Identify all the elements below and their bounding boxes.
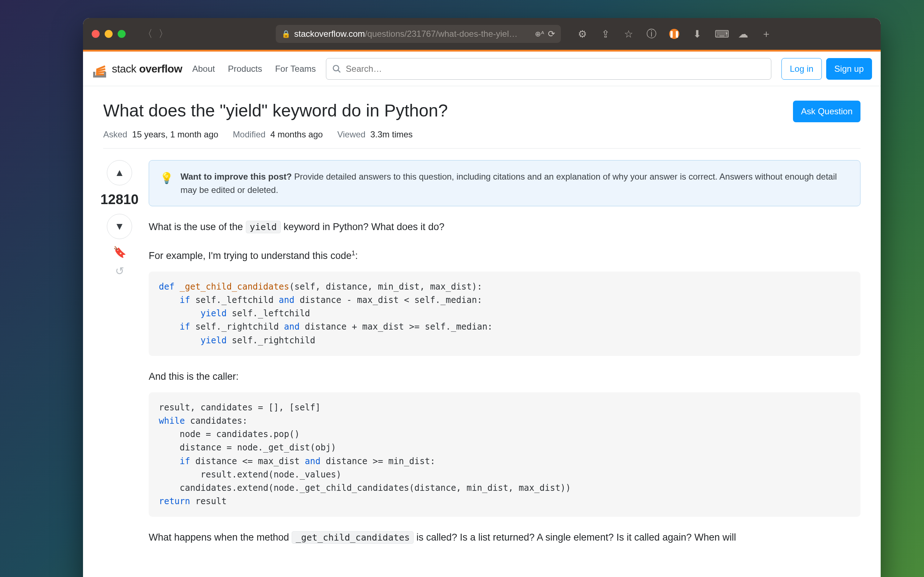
minimize-window-button[interactable] — [105, 30, 113, 38]
maximize-window-button[interactable] — [118, 30, 126, 38]
vote-score: 12810 — [100, 192, 139, 207]
close-window-button[interactable] — [92, 30, 100, 38]
new-tab-icon[interactable]: ＋ — [761, 27, 772, 41]
question-title: What does the "yield" keyword do in Pyth… — [103, 101, 448, 121]
star-icon[interactable]: ☆ — [623, 28, 634, 40]
nav-teams[interactable]: For Teams — [275, 64, 316, 74]
logo-icon — [92, 60, 109, 77]
paragraph-3: And this is the caller: — [149, 369, 861, 384]
inline-code-yield: yield — [246, 221, 281, 233]
svg-line-1 — [338, 70, 340, 73]
nav-products[interactable]: Products — [228, 64, 262, 74]
inline-code-method: _get_child_candidates — [292, 531, 414, 544]
page-content: What does the "yield" keyword do in Pyth… — [83, 86, 881, 560]
paragraph-4: What happens when the method _get_child_… — [149, 530, 861, 545]
upvote-button[interactable]: ▲ — [107, 160, 132, 185]
paragraph-1: What is the use of the yield keyword in … — [149, 219, 861, 235]
url-trailing-icons: ⊕ᴬ ⟳ — [535, 29, 555, 39]
question-meta: Asked 15 years, 1 month ago Modified 4 m… — [103, 129, 861, 148]
traffic-lights — [92, 30, 126, 38]
asked-label: Asked — [103, 129, 128, 139]
code-block-1: def _get_child_candidates(self, distance… — [149, 272, 861, 356]
paragraph-2: For example, I'm trying to understand th… — [149, 248, 861, 264]
viewed-value: 3.3m times — [370, 129, 412, 139]
site-header: stack overflow About Products For Teams … — [83, 52, 881, 86]
login-button[interactable]: Log in — [782, 58, 822, 80]
extension-icon[interactable]: ❚❚ — [669, 29, 679, 39]
asked-value: 15 years, 1 month ago — [132, 129, 218, 139]
improve-notice: 💡 Want to improve this post? Provide det… — [149, 160, 861, 206]
translate-icon[interactable]: ⊕ᴬ — [535, 29, 544, 38]
browser-window: 〈 〉 🔒 stackoverflow.com/questions/231767… — [83, 18, 881, 577]
viewed-label: Viewed — [337, 129, 365, 139]
gear-icon[interactable]: ⚙︎ — [577, 28, 588, 40]
forward-button[interactable]: 〉 — [157, 27, 170, 41]
back-button[interactable]: 〈 — [142, 27, 154, 41]
downvote-button[interactable]: ▼ — [107, 214, 132, 239]
info-icon[interactable]: ⓘ — [646, 27, 657, 41]
share-icon[interactable]: ⇪ — [600, 28, 611, 40]
svg-point-0 — [333, 65, 339, 71]
lock-icon: 🔒 — [281, 29, 291, 38]
site-logo[interactable]: stack overflow — [92, 60, 182, 77]
modified-label: Modified — [233, 129, 266, 139]
cloud-icon[interactable]: ☁ — [738, 28, 749, 40]
code-block-2: result, candidates = [], [self] while ca… — [149, 392, 861, 517]
toolbar-icons: ⚙︎ ⇪ ☆ ⓘ ❚❚ ⬇ ⌨ ☁ ＋ — [577, 27, 772, 41]
auth-buttons: Log in Sign up — [782, 58, 872, 80]
keyboard-icon[interactable]: ⌨ — [715, 28, 725, 40]
search-box[interactable] — [326, 58, 771, 80]
url-bar[interactable]: 🔒 stackoverflow.com/questions/231767/wha… — [276, 25, 561, 43]
bookmark-icon[interactable]: 🔖 — [113, 246, 126, 258]
nav-arrows: 〈 〉 — [142, 27, 170, 41]
search-icon — [332, 64, 341, 74]
search-input[interactable] — [346, 64, 765, 74]
post-column: 💡 Want to improve this post? Provide det… — [149, 160, 861, 546]
site-nav: About Products For Teams — [192, 64, 316, 74]
reload-icon[interactable]: ⟳ — [548, 29, 555, 39]
modified-value: 4 months ago — [270, 129, 323, 139]
download-icon[interactable]: ⬇ — [691, 28, 703, 40]
logo-text: stack overflow — [112, 63, 182, 75]
question-header: What does the "yield" keyword do in Pyth… — [103, 101, 861, 122]
titlebar: 〈 〉 🔒 stackoverflow.com/questions/231767… — [83, 18, 881, 50]
lightbulb-icon: 💡 — [160, 170, 173, 197]
ask-question-button[interactable]: Ask Question — [793, 101, 861, 122]
url-domain: stackoverflow.com/questions/231767/what-… — [294, 29, 518, 39]
vote-column: ▲ 12810 ▼ 🔖 ↺ — [103, 160, 136, 546]
signup-button[interactable]: Sign up — [826, 58, 872, 80]
question-body: ▲ 12810 ▼ 🔖 ↺ 💡 Want to improve this pos… — [103, 160, 861, 546]
notice-lead: Want to improve this post? — [181, 172, 292, 181]
nav-about[interactable]: About — [192, 64, 215, 74]
history-icon[interactable]: ↺ — [115, 265, 124, 277]
